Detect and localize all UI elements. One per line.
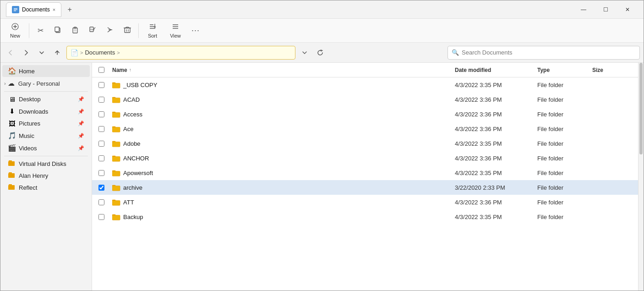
sort-button[interactable]: Sort <box>142 21 164 41</box>
copy-icon <box>54 26 61 35</box>
scrollbar[interactable] <box>638 63 644 291</box>
file-type-cell: File folder <box>537 199 592 206</box>
table-row[interactable]: Apowersoft 4/3/2022 3:35 PM File folder <box>92 165 638 180</box>
sidebar-pictures-label: Pictures <box>19 120 75 127</box>
copy-button[interactable] <box>49 21 66 41</box>
sidebar-item-videos[interactable]: 🎬 Videos 📌 <box>2 142 90 154</box>
file-name-cell: ATT <box>110 199 455 206</box>
table-row[interactable]: ATT 4/3/2022 3:36 PM File folder <box>92 195 638 209</box>
table-row[interactable]: archive 3/22/2020 2:33 PM File folder <box>92 180 638 195</box>
file-name-text: Adobe <box>123 140 141 147</box>
header-checkbox-cell <box>92 67 110 73</box>
row-checkbox[interactable] <box>98 170 104 176</box>
row-checkbox-cell <box>92 199 110 205</box>
view-button[interactable]: View <box>164 21 186 41</box>
sidebar-item-virtual-hd[interactable]: Virtual Hard Disks <box>2 158 90 170</box>
table-row[interactable]: Access 4/3/2022 3:36 PM File folder <box>92 107 638 121</box>
more-button[interactable]: ··· <box>187 21 204 41</box>
sidebar-reflect-label: Reflect <box>19 184 84 191</box>
row-checkbox-cell <box>92 126 110 132</box>
row-checkbox[interactable] <box>98 185 104 191</box>
file-type-cell: File folder <box>537 214 592 220</box>
folder-icon <box>112 140 120 147</box>
path-separator-2: > <box>117 50 120 55</box>
row-checkbox[interactable] <box>98 214 104 220</box>
search-input[interactable] <box>462 49 636 56</box>
row-checkbox[interactable] <box>98 126 104 132</box>
search-box[interactable]: 🔍 <box>448 46 640 60</box>
table-row[interactable]: Backup 4/3/2022 3:35 PM File folder <box>92 209 638 224</box>
table-row[interactable]: ACAD 4/3/2022 3:36 PM File folder <box>92 92 638 107</box>
sidebar-home-label: Home <box>19 68 84 75</box>
row-checkbox[interactable] <box>98 141 104 147</box>
documents-tab[interactable]: Documents × <box>6 2 61 17</box>
maximize-btn[interactable]: ☐ <box>595 2 616 17</box>
row-checkbox-cell <box>92 97 110 103</box>
share-button[interactable] <box>102 21 118 41</box>
svg-rect-1 <box>14 8 17 9</box>
rename-button[interactable]: Aa <box>84 21 101 41</box>
file-date-cell: 4/3/2022 3:35 PM <box>455 170 537 176</box>
sidebar-item-music[interactable]: 🎵 Music 📌 <box>2 130 90 142</box>
new-button[interactable]: New <box>4 21 26 41</box>
svg-line-15 <box>94 27 95 29</box>
paste-icon <box>71 26 79 35</box>
delete-button[interactable] <box>119 21 136 41</box>
table-row[interactable]: Adobe 4/3/2022 3:35 PM File folder <box>92 136 638 151</box>
cut-button[interactable]: ✂ <box>32 21 49 41</box>
table-row[interactable]: _USB COPY 4/3/2022 3:35 PM File folder <box>92 77 638 92</box>
svg-rect-49 <box>112 127 120 132</box>
select-all-checkbox[interactable] <box>98 67 104 73</box>
file-name-text: ATT <box>123 199 134 206</box>
file-type-cell: File folder <box>537 82 592 88</box>
dropdown-button[interactable] <box>35 46 48 59</box>
file-type-cell: File folder <box>537 184 592 191</box>
table-row[interactable]: ANCHOR 4/3/2022 3:36 PM File folder <box>92 151 638 165</box>
row-checkbox[interactable] <box>98 97 104 103</box>
row-checkbox[interactable] <box>98 155 104 161</box>
col-header-name[interactable]: Name ↑ <box>110 67 455 73</box>
svg-rect-65 <box>112 186 120 191</box>
svg-rect-32 <box>9 172 12 174</box>
sidebar-item-home[interactable]: 🏠 Home <box>2 65 90 77</box>
sidebar-item-alan-henry[interactable]: Alan Henry <box>2 170 90 181</box>
col-header-size[interactable]: Size <box>592 67 638 73</box>
svg-rect-30 <box>9 160 12 162</box>
row-checkbox[interactable] <box>98 199 104 205</box>
file-list: _USB COPY 4/3/2022 3:35 PM File folder A… <box>92 77 638 291</box>
forward-button[interactable] <box>20 46 33 59</box>
tab-close-btn[interactable]: × <box>53 7 55 12</box>
col-header-type[interactable]: Type <box>537 67 592 73</box>
sidebar-item-downloads[interactable]: ⬇ Downloads 📌 <box>2 105 90 117</box>
path-dropdown-btn[interactable] <box>298 46 311 60</box>
sidebar-item-desktop[interactable]: 🖥 Desktop 📌 <box>2 93 90 105</box>
minimize-btn[interactable]: — <box>573 2 594 17</box>
address-path[interactable]: 📄 > Documents > <box>66 46 295 60</box>
row-checkbox[interactable] <box>98 82 104 88</box>
sidebar-item-pictures[interactable]: 🖼 Pictures 📌 <box>2 118 90 129</box>
sidebar-item-reflect[interactable]: Reflect <box>2 182 90 193</box>
videos-pin-icon: 📌 <box>78 145 84 151</box>
cut-icon: ✂ <box>38 26 44 35</box>
row-checkbox[interactable] <box>98 111 104 117</box>
title-bar: Documents × + — ☐ ✕ <box>0 0 644 19</box>
paste-button[interactable] <box>67 21 83 41</box>
alan-henry-icon <box>8 172 16 180</box>
new-tab-btn[interactable]: + <box>63 3 76 16</box>
col-header-date[interactable]: Date modified <box>455 67 537 73</box>
table-row[interactable]: Ace 4/3/2022 3:36 PM File folder <box>92 121 638 136</box>
toolbar-separator-2 <box>138 23 139 38</box>
back-button[interactable] <box>4 46 17 59</box>
sidebar-cloud-expand[interactable]: › ☁ Gary - Personal <box>0 77 92 89</box>
svg-rect-41 <box>112 98 120 103</box>
up-button[interactable] <box>51 46 64 59</box>
file-name-cell: Adobe <box>110 140 455 147</box>
downloads-pin-icon: 📌 <box>78 109 84 115</box>
row-checkbox-cell <box>92 155 110 161</box>
sidebar-virtual-hd-label: Virtual Hard Disks <box>19 160 84 167</box>
close-btn[interactable]: ✕ <box>617 2 638 17</box>
svg-rect-3 <box>14 11 16 11</box>
new-label: New <box>10 33 20 38</box>
file-name-cell: Apowersoft <box>110 170 455 176</box>
refresh-button[interactable] <box>314 46 327 59</box>
